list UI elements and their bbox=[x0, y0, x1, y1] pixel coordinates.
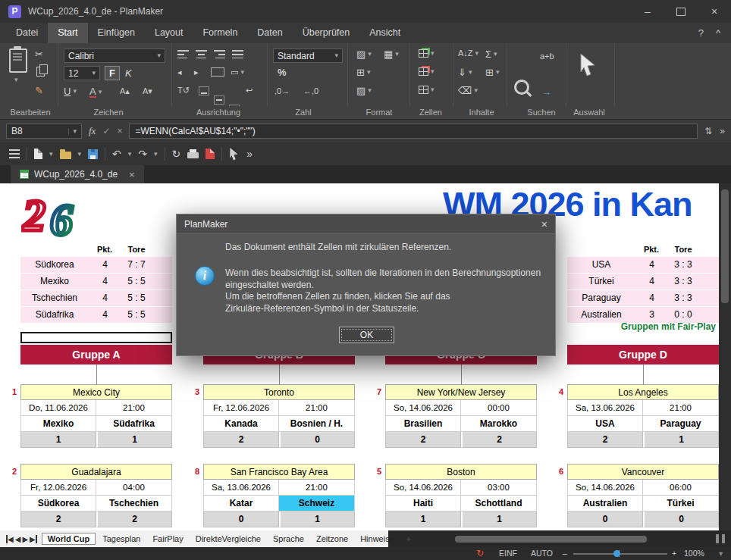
undo-icon[interactable]: ↶ bbox=[112, 149, 121, 159]
ok-button[interactable]: OK bbox=[339, 327, 394, 343]
indent-decrease-icon[interactable]: ◂ bbox=[177, 68, 182, 77]
shrink-font-icon[interactable]: A▾ bbox=[143, 87, 152, 95]
open-file-icon[interactable] bbox=[60, 152, 71, 159]
shading-button[interactable]: ▦▾ bbox=[384, 49, 399, 59]
home-score-cell[interactable]: 1 bbox=[385, 512, 461, 527]
borders-dropdown-arrow[interactable]: ▾ bbox=[367, 69, 371, 76]
horizontal-scrollbar-thumb[interactable] bbox=[455, 536, 647, 543]
cell-reference-box[interactable]: B8 ▾ bbox=[6, 124, 82, 139]
cell-style-dropdown-arrow[interactable]: ▾ bbox=[368, 87, 372, 94]
away-team-cell[interactable]: Türkei bbox=[643, 496, 719, 512]
bold-button[interactable]: F bbox=[105, 66, 120, 80]
merge-dropdown-arrow[interactable]: ▾ bbox=[240, 69, 244, 76]
zoom-slider-track[interactable] bbox=[573, 553, 667, 555]
home-team-cell[interactable]: Südkorea bbox=[20, 496, 96, 512]
home-team-cell[interactable]: Mexiko bbox=[20, 416, 96, 432]
insert-cells-dropdown-arrow[interactable]: ▾ bbox=[431, 50, 435, 57]
home-score-cell[interactable]: 2 bbox=[20, 512, 96, 527]
away-score-cell[interactable]: 1 bbox=[461, 512, 537, 527]
split-handle-icon[interactable] bbox=[716, 534, 719, 543]
fill-color-dropdown-arrow[interactable]: ▾ bbox=[368, 51, 372, 58]
sort-button[interactable]: A↓Z▾ bbox=[458, 49, 478, 58]
grow-font-icon[interactable]: A▴ bbox=[120, 87, 130, 95]
redo-dropdown-arrow[interactable]: ▾ bbox=[154, 151, 158, 158]
next-sheet-icon[interactable]: ▶ bbox=[22, 535, 28, 543]
away-team-cell[interactable]: Bosnien / H. bbox=[279, 416, 355, 432]
font-name-dropdown-arrow[interactable]: ▾ bbox=[157, 52, 161, 59]
points-header[interactable]: Pkt. bbox=[644, 245, 659, 254]
font-color-button[interactable]: A▾ bbox=[89, 86, 102, 98]
tab-daten[interactable]: Daten bbox=[247, 23, 292, 43]
sum-dropdown-arrow[interactable]: ▾ bbox=[494, 51, 497, 58]
sheet-tab-worldcup[interactable]: World Cup bbox=[42, 533, 96, 545]
table-button[interactable]: ⊞▾ bbox=[485, 67, 499, 77]
remove-decimal-icon[interactable]: ←,0 bbox=[303, 87, 318, 95]
match-city-cell[interactable]: San Francisco Bay Area bbox=[203, 464, 355, 480]
match-city-cell[interactable]: New York/New Jersey bbox=[385, 384, 537, 400]
match-time-cell[interactable]: 21:00 bbox=[279, 400, 355, 416]
cancel-entry-icon[interactable]: × bbox=[117, 126, 122, 136]
add-decimal-icon[interactable]: ,0→ bbox=[275, 87, 290, 95]
match-city-cell[interactable]: Toronto bbox=[203, 384, 355, 400]
formula-input[interactable]: =WENN(CalcA!$AU$14;"•";"") bbox=[129, 124, 698, 139]
tab-ueberpruefen[interactable]: Überprüfen bbox=[293, 23, 360, 43]
align-center-icon[interactable] bbox=[196, 50, 207, 58]
match-card[interactable]: 5 Boston So, 14.06.202603:00 HaitiSchott… bbox=[385, 464, 537, 527]
confirm-entry-icon[interactable]: ✓ bbox=[102, 126, 110, 136]
paste-button[interactable] bbox=[9, 48, 27, 73]
match-date-cell[interactable]: So, 14.06.2026 bbox=[567, 480, 643, 496]
rotate-text-icon[interactable]: T↺ bbox=[177, 86, 190, 95]
number-format-dropdown-arrow[interactable]: ▾ bbox=[334, 52, 338, 59]
home-team-cell[interactable]: Haiti bbox=[385, 496, 461, 512]
font-color-dropdown-arrow[interactable]: ▾ bbox=[99, 89, 102, 95]
search-icon[interactable] bbox=[514, 80, 529, 95]
split-handle-icon[interactable] bbox=[722, 534, 725, 543]
shading-dropdown-arrow[interactable]: ▾ bbox=[395, 51, 399, 58]
format-cells-dropdown-arrow[interactable]: ▾ bbox=[431, 86, 435, 93]
percent-format-icon[interactable]: % bbox=[278, 67, 287, 77]
home-team-cell[interactable]: Kanada bbox=[203, 416, 279, 432]
selection-cursor-icon[interactable] bbox=[579, 54, 598, 77]
redo-icon[interactable]: ↷ bbox=[138, 149, 147, 159]
home-team-cell[interactable]: Katar bbox=[203, 496, 279, 512]
match-card[interactable]: 1 Mexico City Do, 11.06.202621:00 Mexiko… bbox=[20, 384, 172, 448]
sheet-tab-hinweise[interactable]: Hinweise bbox=[355, 533, 400, 544]
formula-bar-overflow-icon[interactable]: » bbox=[720, 126, 725, 136]
home-score-cell[interactable]: 2 bbox=[203, 432, 279, 448]
previous-sheet-icon[interactable]: ◀ bbox=[15, 535, 21, 543]
tab-einfuegen[interactable]: Einfügen bbox=[88, 23, 145, 43]
toolbar-overflow-icon[interactable]: » bbox=[246, 149, 253, 159]
circular-reference-icon[interactable]: ↻ bbox=[476, 548, 484, 558]
away-score-cell[interactable]: 1 bbox=[279, 512, 355, 527]
match-city-cell[interactable]: Guadalajara bbox=[20, 464, 172, 480]
away-team-cell[interactable]: Tschechien bbox=[96, 496, 172, 512]
zoom-slider-thumb[interactable] bbox=[613, 550, 620, 557]
paste-dropdown-arrow[interactable]: ▾ bbox=[14, 77, 18, 83]
away-team-cell[interactable]: Schottland bbox=[461, 496, 537, 512]
help-icon[interactable]: ? bbox=[698, 27, 704, 39]
away-score-cell[interactable]: 0 bbox=[279, 432, 355, 448]
clear-button[interactable]: ⌫▾ bbox=[458, 86, 478, 95]
points-header[interactable]: Pkt. bbox=[97, 245, 112, 254]
close-button[interactable]: × bbox=[698, 0, 731, 23]
standings-row[interactable]: USA43 : 3 bbox=[567, 257, 719, 274]
match-date-cell[interactable]: Sa, 13.06.2026 bbox=[203, 480, 279, 496]
font-name-combo[interactable]: Calibri▾ bbox=[64, 48, 165, 63]
match-time-cell[interactable]: 21:00 bbox=[643, 400, 719, 416]
home-team-cell[interactable]: Brasilien bbox=[385, 416, 461, 432]
away-score-cell[interactable]: 2 bbox=[96, 512, 172, 527]
match-card[interactable]: 8 San Francisco Bay Area Sa, 13.06.20262… bbox=[203, 464, 355, 527]
valign-b ottom-icon[interactable] bbox=[199, 86, 209, 95]
cell-reference-dropdown-arrow[interactable]: ▾ bbox=[68, 128, 77, 135]
document-tab[interactable]: WCup_2026_4.0_de × bbox=[11, 165, 144, 183]
home-team-cell[interactable]: Australien bbox=[567, 496, 643, 512]
pointer-tool-icon[interactable] bbox=[229, 148, 240, 161]
home-score-cell[interactable]: 2 bbox=[385, 432, 461, 448]
new-document-icon[interactable] bbox=[34, 149, 42, 159]
group-d-band[interactable]: Gruppe D bbox=[567, 345, 719, 364]
copy-icon[interactable] bbox=[36, 67, 45, 77]
tab-datei[interactable]: Datei bbox=[6, 23, 48, 43]
italic-button[interactable]: K bbox=[125, 67, 132, 79]
away-team-cell-highlighted[interactable]: Schweiz bbox=[279, 496, 355, 512]
expand-formula-bar-icon[interactable]: ⇅ bbox=[704, 126, 712, 136]
